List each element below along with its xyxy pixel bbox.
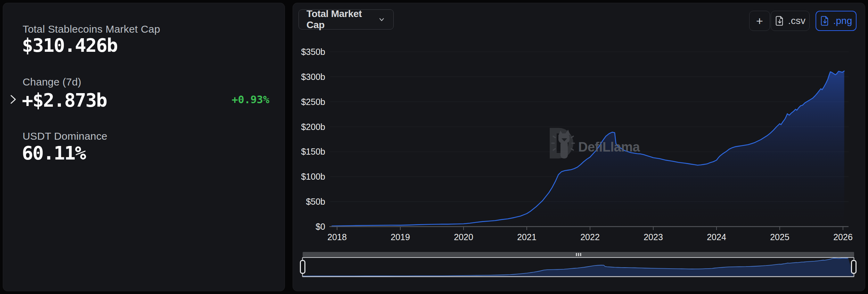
x-axis-label: 2023 (638, 232, 669, 242)
x-axis-label: 2020 (448, 232, 479, 242)
brush-handle-left[interactable] (300, 260, 305, 274)
brush-track[interactable] (303, 252, 854, 257)
x-axis-label: 2022 (574, 232, 606, 242)
minimap-area (303, 258, 854, 276)
y-axis-label: $300b (295, 72, 325, 82)
x-axis-label: 2024 (701, 232, 732, 242)
x-axis-label: 2018 (321, 232, 353, 242)
area-fill (332, 71, 844, 226)
brush-handle-right[interactable] (851, 260, 857, 274)
y-axis-label: $0 (295, 222, 325, 232)
brush-grip-icon[interactable] (576, 253, 581, 256)
y-axis-label: $100b (295, 172, 325, 182)
x-axis-label: 2026 (827, 232, 859, 242)
y-axis-label: $50b (295, 197, 325, 207)
defillama-stablecoins-dashboard: { "stats": { "market_cap": {"label": "To… (0, 0, 868, 294)
x-axis-label: 2019 (385, 232, 416, 242)
y-axis-label: $200b (295, 122, 325, 132)
y-axis-label: $250b (295, 97, 325, 107)
y-axis-label: $150b (295, 147, 325, 157)
x-axis-label: 2025 (764, 232, 795, 242)
x-axis-label: 2021 (511, 232, 542, 242)
y-axis-label: $350b (295, 47, 325, 57)
market-cap-area-chart[interactable] (0, 0, 868, 294)
